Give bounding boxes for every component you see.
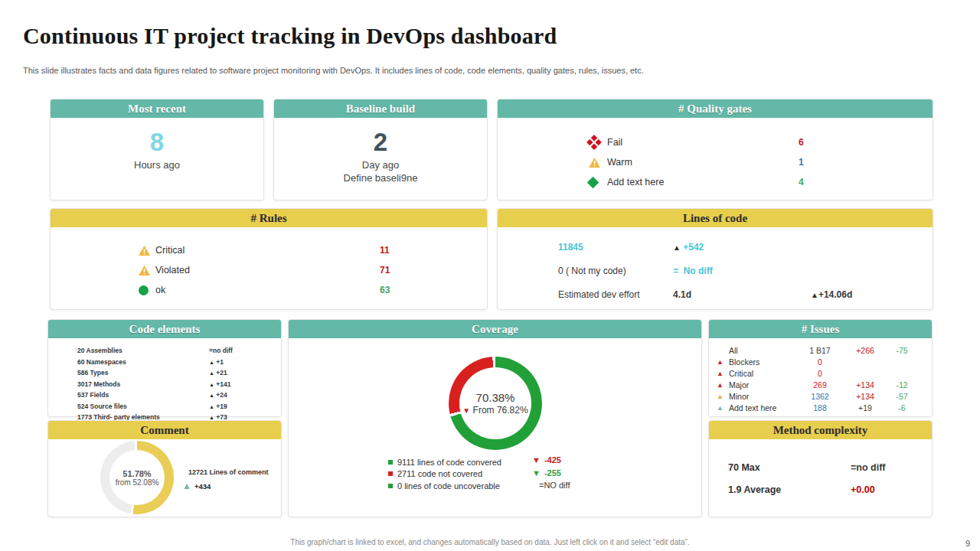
- issue-diff-removed: -6: [887, 403, 917, 412]
- baseline-caption-2: Define baseli9ne: [344, 172, 418, 184]
- most-recent-value: 8: [150, 129, 164, 156]
- fail-four-diamonds-icon: [586, 135, 602, 150]
- red-triangle-icon: ▲: [717, 381, 729, 389]
- code-element-diff: +24: [216, 391, 227, 399]
- legend-item: 9111 lines of code convered: [388, 456, 501, 468]
- rules-row: Violated 71: [139, 260, 487, 280]
- code-element-diff: =no diff: [209, 347, 233, 354]
- quality-gate-row: Warm 1: [589, 152, 933, 172]
- rules-label: Violated: [155, 265, 380, 276]
- baseline-build-header: Baseline build: [274, 99, 487, 118]
- issue-label: All: [729, 346, 796, 355]
- comment-header: Comment: [48, 421, 281, 439]
- quality-gate-label: Fail: [607, 137, 799, 148]
- comment-delta: ▲+434: [182, 481, 211, 491]
- equals-icon: =: [673, 266, 678, 276]
- lines-of-code-row: Estimated dev effort 4.1d ▲+14.06d: [558, 282, 933, 306]
- legend-item: 0 lines of code uncoverable: [388, 480, 501, 492]
- method-complexity-row: 1.9 Average+0.00: [728, 478, 932, 500]
- mc-label: 1.9 Average: [728, 484, 851, 495]
- red-square-icon: [388, 471, 393, 476]
- down-triangle-icon: ▼: [532, 468, 541, 478]
- quality-gate-row: Add text here 4: [589, 172, 933, 192]
- card-method-complexity: Method complexity 70 Max=no diff 1.9 Ave…: [708, 420, 933, 517]
- green-diamond-icon: [587, 176, 599, 188]
- issue-label: Blockers: [729, 357, 796, 367]
- quality-gate-row: Fail 6: [589, 132, 933, 152]
- down-triangle-icon: ▼: [532, 455, 541, 465]
- up-triangle-icon: ▲: [209, 382, 214, 387]
- code-element-label: 537 Fields: [77, 391, 209, 399]
- card-lines-of-code: Lines of code 11845 ▲ +542 0 ( Not my co…: [497, 208, 933, 310]
- code-element-row: 537 Fields▲ +24: [77, 390, 267, 401]
- card-comment: Comment 51.78% from 52.08% 12721 Lines o…: [47, 420, 282, 517]
- coverage-donut-chart: 70.38% ▼ From 76.82%: [449, 357, 542, 450]
- rules-value: 63: [380, 285, 487, 295]
- comment-donut-chart: 51.78% from 52.08%: [100, 441, 174, 514]
- most-recent-caption: Hours ago: [134, 159, 180, 171]
- baseline-caption-1: Day ago: [344, 159, 418, 171]
- issues-header: # Issues: [709, 320, 932, 338]
- code-element-label: 60 Namespaces: [77, 358, 209, 366]
- quality-gate-value: 1: [799, 157, 933, 168]
- legend-label: 2711 code not covered: [397, 469, 482, 478]
- rules-row: Critical 11: [139, 240, 487, 260]
- card-most-recent: Most recent 8 Hours ago: [50, 99, 264, 201]
- red-triangle-icon: ▲: [717, 370, 729, 377]
- issue-label: Critical: [729, 369, 796, 378]
- code-element-row: 20 Assemblies =no diff: [77, 345, 267, 357]
- code-element-label: 3017 Methods: [77, 380, 209, 388]
- coverage-percent: 70.38%: [476, 391, 515, 404]
- baseline-build-value: 2: [374, 129, 387, 156]
- up-triangle-icon: ▲: [811, 291, 818, 299]
- rules-label: Critical: [155, 245, 380, 256]
- comment-percent: 51.78%: [122, 469, 151, 478]
- issues-row: ▲Minor1362+134-57: [717, 390, 927, 402]
- card-issues: # Issues All1 B17+266-75 ▲Blockers0 ▲Cri…: [708, 319, 933, 417]
- legend-label: 9111 lines of code convered: [397, 458, 501, 467]
- comment-previous: from 52.08%: [116, 478, 159, 487]
- issue-diff-added: +134: [844, 380, 887, 390]
- quality-gate-label: Warm: [607, 157, 799, 168]
- issue-value: 0: [796, 357, 844, 367]
- green-square-icon: [388, 460, 393, 465]
- issue-value: 188: [796, 403, 844, 412]
- down-triangle-icon: ▼: [462, 406, 470, 415]
- issue-label: Major: [729, 380, 796, 390]
- rules-row: ok 63: [139, 280, 487, 300]
- coverage-delta: =NO diff: [532, 479, 570, 492]
- code-element-diff: +1: [216, 358, 224, 366]
- code-element-row: 60 Namespaces▲ +1: [77, 357, 267, 368]
- card-rules: # Rules Critical 11 Violated 71 ok 63: [50, 208, 488, 310]
- issues-row: ▲Blockers0: [717, 356, 927, 367]
- coverage-delta: ▼-425: [532, 454, 570, 467]
- issues-row: All1 B17+266-75: [717, 344, 927, 356]
- loc-value: 4.1d: [673, 289, 811, 300]
- issues-row: ▲Critical0: [717, 367, 927, 379]
- page-number: 9: [965, 539, 970, 548]
- loc-diff: No diff: [684, 266, 713, 276]
- lines-of-code-row: 0 ( Not my code) = No diff: [558, 259, 933, 282]
- warning-triangle-icon: [589, 158, 600, 168]
- teal-up-triangle-icon: ▲: [182, 481, 191, 491]
- green-circle-icon: [139, 285, 149, 295]
- teal-triangle-icon: ▲: [717, 404, 729, 412]
- lines-of-code-header: Lines of code: [498, 209, 933, 227]
- up-triangle-icon: ▲: [209, 404, 214, 409]
- red-triangle-icon: ▲: [717, 358, 729, 366]
- loc-diff: +542: [683, 242, 704, 253]
- card-quality-gates: # Quality gates Fail 6 Warm 1 Add text h…: [497, 99, 933, 201]
- up-triangle-icon: ▲: [209, 360, 214, 365]
- legend-item: 2711 code not covered: [388, 468, 501, 481]
- warning-triangle-icon: [139, 246, 150, 256]
- code-element-diff: +141: [216, 380, 230, 388]
- issues-row: ▲Major269+134-12: [717, 379, 927, 390]
- most-recent-header: Most recent: [51, 99, 263, 118]
- code-element-label: 20 Assemblies: [77, 347, 209, 354]
- code-elements-header: Code elements: [48, 320, 281, 338]
- rules-label: ok: [155, 285, 380, 295]
- code-element-row: 586 Types▲ +21: [77, 367, 267, 379]
- issue-value: 1362: [796, 392, 844, 401]
- quality-gate-value: 6: [799, 137, 933, 148]
- method-complexity-header: Method complexity: [709, 421, 932, 439]
